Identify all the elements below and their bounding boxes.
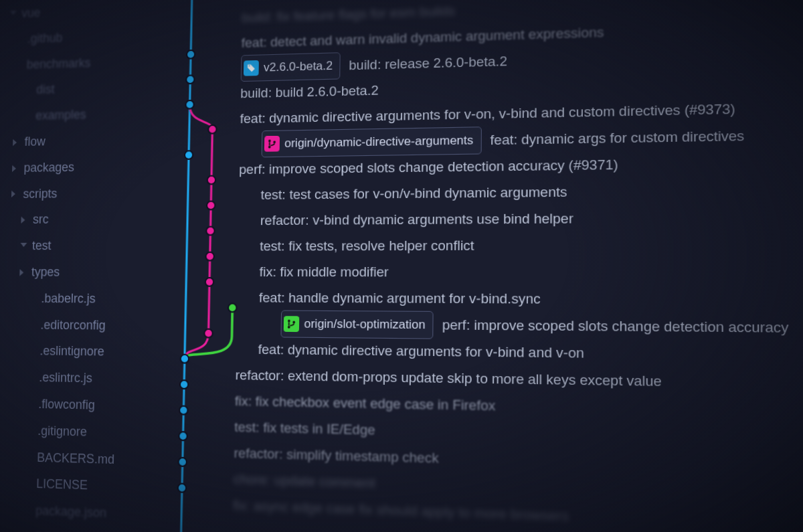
spacer-icon (29, 295, 36, 302)
chevron-right-icon[interactable] (19, 269, 26, 276)
spacer-icon (25, 87, 31, 94)
svg-point-7 (179, 406, 188, 415)
git-log-panel: build: build 2.6.0-beta.2build: fix feat… (149, 0, 803, 532)
chevron-right-icon[interactable] (21, 217, 27, 224)
tree-item-packages[interactable]: packages (3, 153, 158, 181)
spacer-icon (27, 374, 34, 381)
tree-item-label: .github (27, 25, 62, 52)
ref-label: v2.6.0-beta.2 (264, 54, 333, 79)
svg-point-19 (268, 139, 271, 142)
svg-point-9 (178, 458, 187, 466)
commit-message: feat: dynamic directive arguments for v-… (258, 337, 584, 367)
tree-item-gitignore[interactable]: .gitignore (0, 417, 152, 447)
tree-item-dist[interactable]: dist (5, 74, 159, 104)
tree-item-label: examples (35, 102, 86, 129)
spacer-icon (24, 113, 31, 120)
tree-item-github[interactable]: .github (7, 22, 161, 53)
svg-point-10 (178, 484, 187, 493)
tree-item-eslintignore[interactable]: .eslintignore (0, 338, 154, 366)
tree-item-label: .editorconfig (40, 312, 106, 339)
svg-line-0 (180, 0, 193, 532)
spacer-icon (28, 348, 35, 355)
tree-item-label: .eslintrc.js (39, 365, 92, 392)
tree-item-label: dist (36, 77, 55, 103)
tree-item-examples[interactable]: examples (4, 100, 159, 130)
tree-item-label: scripts (23, 181, 58, 207)
commit-list: build: build 2.6.0-beta.2build: fix feat… (233, 0, 790, 532)
svg-point-3 (185, 100, 193, 109)
tree-item-license[interactable]: LICENSE (0, 470, 151, 501)
tree-item-label: packages (23, 155, 74, 181)
svg-point-6 (180, 380, 189, 389)
tree-item-test[interactable]: test (1, 233, 156, 260)
tree-item-babelrcjs[interactable]: .babelrc.js (0, 286, 155, 313)
branch-icon (284, 316, 299, 332)
tree-item-label: flow (24, 129, 46, 155)
ref-label: origin/slot-optimization (304, 313, 426, 337)
svg-point-5 (181, 355, 189, 363)
commit-message: test: fix tests in IE/Edge (234, 414, 375, 444)
commit-message: chore: update comment (234, 466, 376, 497)
spacer-icon (15, 36, 22, 43)
branch-ref-chip[interactable]: origin/dynamic-directive-arguments (262, 126, 482, 157)
commit-row[interactable]: test: test cases for v-on/v-bind dynamic… (238, 177, 788, 208)
commit-row[interactable]: test: fix tests, resolve helper conflict (238, 232, 788, 260)
commit-message: refactor: v-bind dynamic arguments use b… (260, 205, 573, 234)
svg-point-13 (207, 201, 215, 210)
tree-item-scripts[interactable]: scripts (2, 179, 157, 207)
svg-point-23 (288, 326, 290, 329)
spacer-icon (25, 454, 31, 461)
svg-point-14 (206, 227, 215, 236)
tree-item-label: package.json (35, 498, 107, 527)
svg-point-4 (185, 151, 193, 159)
tree-item-benchmarks[interactable]: benchmarks (5, 48, 160, 78)
tree-item-label: .flowconfig (38, 391, 95, 419)
branch-ref-chip[interactable]: origin/slot-optimization (280, 310, 433, 339)
svg-point-15 (205, 252, 214, 261)
commit-message: fix: fix middle modifier (259, 259, 389, 285)
chevron-down-icon[interactable] (10, 11, 17, 17)
tree-item-label: .gitignore (37, 418, 88, 446)
commit-message: build: release 2.6.0-beta.2 (349, 48, 507, 78)
tree-item-src[interactable]: src (1, 206, 157, 234)
svg-point-20 (268, 146, 271, 149)
commit-message: test: test cases for v-on/v-bind dynamic… (260, 179, 567, 207)
svg-point-16 (205, 278, 214, 286)
tree-item-label: src (33, 207, 49, 233)
commit-row[interactable]: feat: handle dynamic argument for v-bind… (236, 285, 788, 314)
tree-item-label: benchmarks (26, 50, 91, 78)
chevron-right-icon[interactable] (13, 139, 19, 146)
svg-point-1 (187, 50, 195, 59)
commit-row[interactable]: refactor: v-bind dynamic arguments use b… (238, 204, 788, 234)
commit-row[interactable]: fix: fix middle modifier (237, 259, 788, 286)
svg-point-2 (186, 75, 194, 84)
tree-item-editorconfig[interactable]: .editorconfig (0, 312, 155, 339)
svg-point-24 (292, 321, 295, 323)
tag-icon (244, 60, 259, 76)
commit-message: perf: improve scoped slots change detect… (442, 312, 789, 342)
tree-item-label: vue (21, 0, 41, 26)
tree-item-label: types (31, 260, 60, 286)
chevron-right-icon[interactable] (11, 191, 18, 197)
tree-item-types[interactable]: types (0, 259, 155, 286)
chevron-down-icon[interactable] (20, 243, 27, 250)
spacer-icon (15, 62, 21, 68)
commit-message: build: build 2.6.0-beta.2 (240, 78, 379, 106)
svg-point-18 (228, 303, 237, 312)
svg-point-8 (179, 432, 187, 440)
ref-label: origin/dynamic-directive-arguments (284, 129, 474, 155)
spacer-icon (25, 428, 32, 435)
chevron-right-icon[interactable] (12, 165, 19, 171)
svg-point-22 (288, 319, 290, 322)
spacer-icon (24, 480, 31, 488)
tree-item-flow[interactable]: flow (3, 127, 158, 156)
commit-message: perf: improve scoped slots change detect… (239, 151, 618, 182)
tree-item-backersmd[interactable]: BACKERS.md (0, 444, 151, 474)
branch-icon (264, 136, 280, 152)
tree-item-label: test (31, 233, 51, 259)
tree-item-flowconfig[interactable]: .flowconfig (0, 391, 153, 420)
version-tag-chip[interactable]: v2.6.0-beta.2 (241, 52, 341, 82)
tree-item-eslintrcjs[interactable]: .eslintrc.js (0, 364, 153, 393)
commit-message: feat: handle dynamic argument for v-bind… (259, 285, 541, 313)
tree-item-label: .babelrc.js (41, 286, 96, 313)
